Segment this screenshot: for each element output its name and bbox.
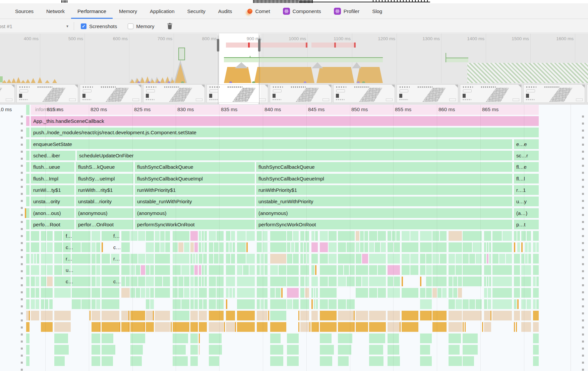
flame-bar-small[interactable] bbox=[209, 367, 220, 371]
flame-bar-small[interactable] bbox=[476, 254, 481, 264]
flame-bar-small[interactable] bbox=[311, 288, 313, 298]
flame-bar-small[interactable] bbox=[270, 277, 286, 286]
flame-bar-small[interactable] bbox=[146, 254, 154, 264]
flame-bar[interactable]: runWi…ty$1 bbox=[31, 185, 74, 195]
flame-bar-small[interactable] bbox=[260, 299, 263, 309]
flame-bar-small[interactable] bbox=[31, 265, 39, 275]
flame-bar-small[interactable] bbox=[442, 288, 447, 298]
tab-slog[interactable]: Slog bbox=[366, 3, 389, 19]
flame-bar-small[interactable] bbox=[456, 254, 462, 264]
flame-bar-small[interactable] bbox=[209, 242, 214, 252]
flame-bar-small[interactable] bbox=[165, 242, 170, 252]
flame-bar-small[interactable] bbox=[300, 288, 304, 298]
flame-bar-small[interactable] bbox=[492, 277, 512, 286]
flame-bar-small[interactable] bbox=[217, 288, 224, 298]
flame-bar-small[interactable] bbox=[533, 356, 539, 366]
flame-bar-small[interactable] bbox=[528, 254, 531, 264]
flame-bar-small[interactable] bbox=[487, 277, 489, 286]
flame-bar-small[interactable] bbox=[338, 242, 346, 252]
flame-bar-small[interactable] bbox=[202, 265, 204, 275]
flame-bar-small[interactable] bbox=[527, 299, 531, 309]
flame-bar-small[interactable] bbox=[293, 231, 298, 241]
flame-bar-small[interactable] bbox=[130, 277, 137, 286]
flame-bar-small[interactable] bbox=[257, 254, 260, 264]
flame-bar-small[interactable] bbox=[190, 277, 194, 286]
flame-bar-small[interactable] bbox=[204, 277, 207, 286]
flame-bar-small[interactable] bbox=[356, 277, 361, 286]
flame-bar-small[interactable] bbox=[199, 333, 200, 343]
flame-bar-small[interactable] bbox=[270, 242, 286, 252]
flame-bar-small[interactable] bbox=[281, 288, 283, 298]
flame-bar-small[interactable] bbox=[173, 345, 186, 355]
flame-bar-small[interactable] bbox=[270, 311, 286, 320]
flame-bar-small[interactable] bbox=[388, 311, 400, 320]
flame-bar-small[interactable] bbox=[432, 277, 447, 286]
flame-bar-small[interactable] bbox=[533, 345, 539, 355]
flame-bar-small[interactable] bbox=[92, 254, 96, 264]
flame-bar-small[interactable] bbox=[369, 242, 374, 252]
flame-bar-small[interactable] bbox=[173, 356, 188, 366]
flame-bar-small[interactable] bbox=[287, 277, 299, 286]
flame-bar-small[interactable] bbox=[369, 356, 384, 366]
flame-bar-small[interactable] bbox=[237, 322, 255, 332]
flame-bar-small[interactable] bbox=[190, 265, 194, 275]
flame-bar-small[interactable] bbox=[402, 322, 419, 332]
flame-bar-small[interactable] bbox=[141, 265, 145, 275]
flame-bar-small[interactable] bbox=[300, 265, 309, 275]
tab-network[interactable]: Network bbox=[40, 3, 71, 19]
flame-bar-small[interactable] bbox=[226, 311, 235, 320]
flame-bar-small[interactable] bbox=[514, 254, 520, 264]
flame-bar-small[interactable] bbox=[199, 299, 202, 309]
flame-bar-small[interactable] bbox=[231, 231, 235, 241]
flame-bar-small[interactable] bbox=[369, 311, 386, 320]
flame-bar-small[interactable] bbox=[311, 265, 314, 275]
flame-bar-small[interactable] bbox=[190, 311, 198, 320]
flame-bar-small[interactable] bbox=[360, 231, 364, 241]
flame-bar-small[interactable] bbox=[320, 333, 332, 343]
flame-bar-small[interactable] bbox=[173, 277, 178, 286]
flame-bar-small[interactable] bbox=[463, 265, 481, 275]
flame-bar-small[interactable] bbox=[300, 322, 309, 332]
flame-bar-small[interactable] bbox=[173, 311, 189, 320]
flame-bar-small[interactable] bbox=[270, 254, 286, 264]
flame-bar-small[interactable] bbox=[484, 254, 486, 264]
flame-bar-small[interactable] bbox=[488, 288, 491, 298]
flame-bar-small[interactable] bbox=[533, 299, 535, 309]
flame-bar-small[interactable] bbox=[463, 333, 477, 343]
flame-bar-small[interactable] bbox=[194, 265, 198, 275]
flame-bar-small[interactable] bbox=[320, 322, 337, 332]
flame-bar[interactable]: unstabl…riority bbox=[76, 197, 133, 206]
flame-bar-small[interactable] bbox=[482, 322, 483, 332]
flame-bar-small[interactable] bbox=[31, 288, 35, 298]
flame-bar-small[interactable] bbox=[130, 254, 137, 264]
flame-bar-small[interactable] bbox=[449, 265, 455, 275]
flame-bar-small[interactable] bbox=[347, 299, 355, 309]
flame-bar-small[interactable] bbox=[350, 265, 355, 275]
flame-bar-small[interactable] bbox=[287, 345, 299, 355]
flame-bar-small[interactable] bbox=[209, 254, 214, 264]
flame-bar-small[interactable] bbox=[329, 277, 337, 286]
flame-bar-small[interactable] bbox=[31, 231, 39, 241]
flame-bar-small[interactable] bbox=[311, 242, 318, 252]
flame-bar[interactable]: (a…) bbox=[514, 208, 539, 218]
flame-bar-small[interactable] bbox=[463, 367, 474, 371]
flame-bar-small[interactable] bbox=[146, 288, 150, 298]
flame-bar-small[interactable] bbox=[293, 254, 298, 264]
flame-bar-small[interactable] bbox=[257, 277, 268, 286]
flame-bar-small[interactable] bbox=[90, 311, 91, 320]
flame-bar-small[interactable] bbox=[196, 254, 198, 264]
flame-bar-small[interactable] bbox=[262, 242, 268, 252]
flame-bar-small[interactable] bbox=[533, 242, 535, 252]
flame-bar-small[interactable] bbox=[226, 265, 235, 275]
flame-bar-small[interactable] bbox=[378, 231, 386, 241]
flame-bar[interactable]: unsta…ority bbox=[31, 197, 74, 206]
flame-bar-small[interactable] bbox=[126, 277, 130, 286]
flame-bar-small[interactable] bbox=[430, 311, 431, 320]
flame-bar-small[interactable] bbox=[338, 231, 355, 241]
flame-bar-small[interactable] bbox=[36, 277, 40, 286]
flame-bar-small[interactable] bbox=[202, 277, 204, 286]
flame-bar-small[interactable] bbox=[402, 265, 410, 275]
flame-bar-small[interactable] bbox=[257, 299, 260, 309]
flame-bar-small[interactable] bbox=[190, 367, 198, 371]
flame-bar-small[interactable] bbox=[453, 277, 457, 286]
